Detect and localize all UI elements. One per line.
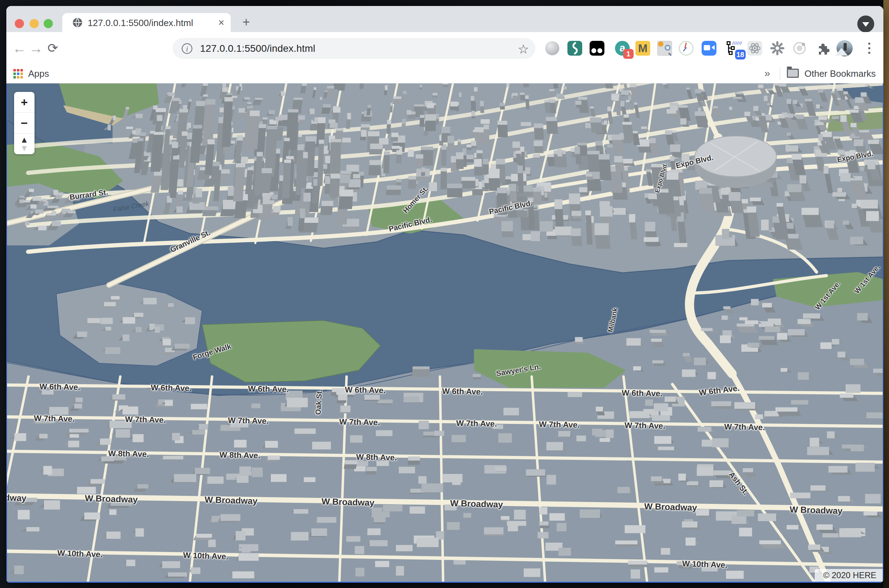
browser-toolbar: ← → ⟳ i 127.0.0.1:5500/index.html ☆ a 1 … bbox=[6, 32, 883, 64]
tab-title: 127.0.0.1:5500/index.html bbox=[88, 18, 193, 28]
extension-a-circle-icon[interactable]: a 1 bbox=[615, 40, 630, 56]
new-tab-button[interactable]: + bbox=[240, 16, 252, 28]
chevron-down-icon bbox=[862, 22, 869, 27]
extension-screenshot-icon[interactable] bbox=[657, 40, 673, 56]
apps-grid-icon[interactable] bbox=[14, 69, 23, 79]
puzzle-glyph-icon bbox=[815, 40, 830, 56]
extension-badge: 18 bbox=[735, 50, 746, 60]
bookmarks-overflow-chevron[interactable]: » bbox=[764, 67, 770, 79]
url-text[interactable]: 127.0.0.1:5500/index.html bbox=[200, 43, 315, 54]
bookmarks-bar: Apps » Other Bookmarks bbox=[6, 64, 883, 84]
extension-pinwheel-icon[interactable] bbox=[770, 40, 785, 56]
extension-zoom-video-icon[interactable] bbox=[701, 40, 717, 56]
arena-building bbox=[695, 136, 776, 188]
bookmark-star-icon[interactable]: ☆ bbox=[518, 42, 529, 57]
extension-dark-dots-icon[interactable] bbox=[589, 40, 605, 56]
map-attribution: © 2020 HERE bbox=[815, 569, 883, 582]
browser-window: 127.0.0.1:5500/index.html × + ← → ⟳ i 12… bbox=[6, 6, 883, 583]
extension-m-square-icon[interactable]: M bbox=[635, 40, 650, 56]
forward-button[interactable]: → bbox=[27, 32, 44, 64]
browser-tab[interactable]: 127.0.0.1:5500/index.html × bbox=[62, 13, 231, 32]
globe-favicon-icon bbox=[72, 17, 83, 28]
tilt-down-icon[interactable]: ▼ bbox=[20, 144, 29, 152]
tab-search-menu-button[interactable] bbox=[857, 15, 874, 32]
reload-button[interactable]: ⟳ bbox=[44, 32, 61, 64]
extensions-puzzle-icon[interactable] bbox=[815, 40, 830, 56]
tab-close-icon[interactable]: × bbox=[218, 16, 224, 28]
map-render bbox=[7, 84, 883, 582]
swirl-glyph-icon bbox=[568, 41, 582, 56]
zoom-out-button[interactable]: − bbox=[14, 112, 35, 133]
orbit-glyph-icon bbox=[792, 40, 807, 56]
tab-strip: 127.0.0.1:5500/index.html × + bbox=[6, 6, 883, 32]
folder-icon bbox=[787, 69, 799, 78]
window-zoom-button[interactable] bbox=[44, 19, 53, 28]
map-canvas[interactable]: Burrard St.False CreekGranville St.Homer… bbox=[6, 84, 883, 583]
extension-teal-swirl-icon[interactable] bbox=[567, 40, 583, 56]
browser-menu-kebab-icon[interactable] bbox=[862, 40, 877, 56]
map-zoom-controls: + − ▲ ▼ bbox=[14, 92, 35, 154]
other-bookmarks-button[interactable]: Other Bookmarks bbox=[805, 68, 875, 79]
bookmarks-divider bbox=[780, 67, 780, 80]
extension-react-atom-icon[interactable] bbox=[747, 40, 763, 56]
extension-badge: 1 bbox=[623, 49, 634, 59]
desktop-wallpaper-edge bbox=[883, 0, 889, 588]
window-close-button[interactable] bbox=[15, 19, 24, 28]
tilt-up-icon[interactable]: ▲ bbox=[20, 136, 29, 144]
bookmark-apps[interactable]: Apps bbox=[28, 68, 49, 79]
extension-globe-icon[interactable] bbox=[545, 40, 560, 56]
atom-glyph-icon bbox=[748, 41, 762, 56]
pinwheel-glyph-icon bbox=[770, 40, 785, 56]
window-minimize-button[interactable] bbox=[30, 19, 39, 28]
zoom-in-button[interactable]: + bbox=[14, 92, 35, 112]
extension-clock-icon[interactable] bbox=[678, 40, 694, 56]
extension-orbit-icon[interactable] bbox=[792, 40, 807, 56]
back-button[interactable]: ← bbox=[11, 32, 28, 64]
address-bar[interactable]: i 127.0.0.1:5500/index.html ☆ bbox=[173, 38, 535, 59]
extension-node-hierarchy-icon[interactable]: ////// 18 bbox=[727, 40, 742, 56]
site-info-icon[interactable]: i bbox=[182, 43, 192, 54]
tilt-control[interactable]: ▲ ▼ bbox=[14, 134, 35, 154]
profile-avatar[interactable] bbox=[836, 40, 852, 56]
